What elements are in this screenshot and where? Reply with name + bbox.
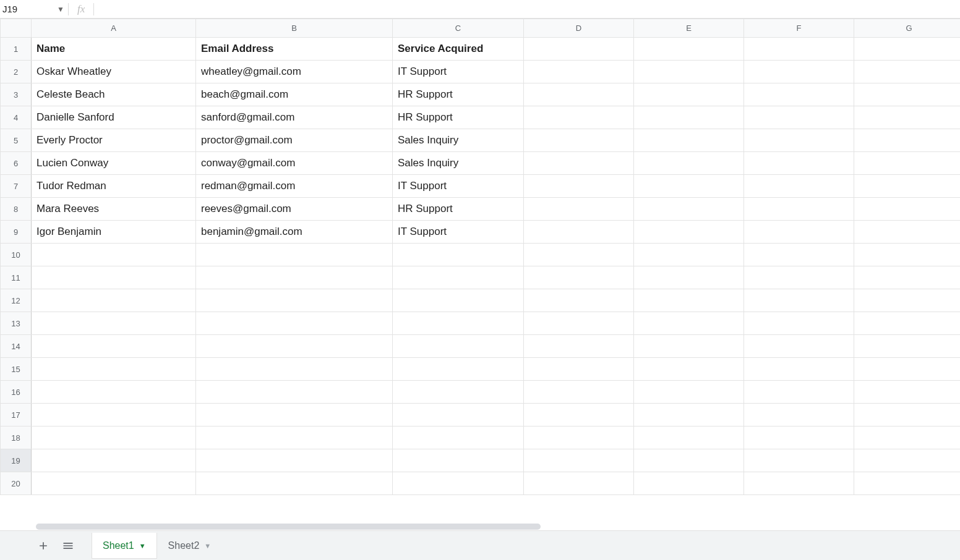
- cell-G15[interactable]: [854, 358, 961, 381]
- column-header-B[interactable]: B: [196, 19, 393, 38]
- cell-D4[interactable]: [524, 106, 634, 129]
- cell-A7[interactable]: Tudor Redman: [32, 175, 196, 198]
- cell-A6[interactable]: Lucien Conway: [32, 152, 196, 175]
- sheet-tab-sheet2[interactable]: Sheet2▼: [157, 533, 223, 559]
- cell-B3[interactable]: beach@gmail.com: [196, 83, 393, 106]
- cell-E18[interactable]: [634, 426, 744, 449]
- row-header-5[interactable]: 5: [1, 129, 32, 152]
- cell-B10[interactable]: [196, 244, 393, 266]
- cell-C12[interactable]: [393, 289, 524, 312]
- cell-C11[interactable]: [393, 266, 524, 289]
- cell-A8[interactable]: Mara Reeves: [32, 198, 196, 221]
- cell-D1[interactable]: [524, 38, 634, 61]
- cell-B5[interactable]: proctor@gmail.com: [196, 129, 393, 152]
- row-header-1[interactable]: 1: [1, 38, 32, 61]
- cell-D20[interactable]: [524, 472, 634, 495]
- cell-B8[interactable]: reeves@gmail.com: [196, 198, 393, 221]
- cell-E17[interactable]: [634, 404, 744, 426]
- add-sheet-button[interactable]: [31, 533, 56, 558]
- cell-C18[interactable]: [393, 426, 524, 449]
- cell-A16[interactable]: [32, 381, 196, 404]
- cell-D14[interactable]: [524, 335, 634, 358]
- cell-E8[interactable]: [634, 198, 744, 221]
- cell-G7[interactable]: [854, 175, 961, 198]
- cell-F8[interactable]: [744, 198, 854, 221]
- cell-E4[interactable]: [634, 106, 744, 129]
- cell-B9[interactable]: benjamin@gmail.com: [196, 221, 393, 244]
- column-header-D[interactable]: D: [524, 19, 634, 38]
- cell-C13[interactable]: [393, 312, 524, 335]
- cell-G6[interactable]: [854, 152, 961, 175]
- cell-C19[interactable]: [393, 449, 524, 472]
- cell-A14[interactable]: [32, 335, 196, 358]
- cell-G14[interactable]: [854, 335, 961, 358]
- cell-B4[interactable]: sanford@gmail.com: [196, 106, 393, 129]
- cell-E19[interactable]: [634, 449, 744, 472]
- cell-F15[interactable]: [744, 358, 854, 381]
- cell-C16[interactable]: [393, 381, 524, 404]
- cell-A12[interactable]: [32, 289, 196, 312]
- cell-C1[interactable]: Service Acquired: [393, 38, 524, 61]
- cell-G1[interactable]: [854, 38, 961, 61]
- cell-C14[interactable]: [393, 335, 524, 358]
- cell-A19[interactable]: [32, 449, 196, 472]
- row-header-15[interactable]: 15: [1, 358, 32, 381]
- cell-F14[interactable]: [744, 335, 854, 358]
- cell-G4[interactable]: [854, 106, 961, 129]
- sheet-tab-sheet1[interactable]: Sheet1▼: [92, 533, 157, 559]
- cell-A18[interactable]: [32, 426, 196, 449]
- cell-D19[interactable]: [524, 449, 634, 472]
- formula-input[interactable]: [94, 0, 960, 18]
- cell-A5[interactable]: Everly Proctor: [32, 129, 196, 152]
- cell-G11[interactable]: [854, 266, 961, 289]
- row-header-10[interactable]: 10: [1, 244, 32, 266]
- cell-G2[interactable]: [854, 61, 961, 83]
- cell-F5[interactable]: [744, 129, 854, 152]
- column-header-F[interactable]: F: [744, 19, 854, 38]
- cell-B16[interactable]: [196, 381, 393, 404]
- cell-C8[interactable]: HR Support: [393, 198, 524, 221]
- cell-G9[interactable]: [854, 221, 961, 244]
- horizontal-scrollbar[interactable]: [36, 523, 954, 530]
- row-header-16[interactable]: 16: [1, 381, 32, 404]
- cell-G5[interactable]: [854, 129, 961, 152]
- cell-B20[interactable]: [196, 472, 393, 495]
- cell-F10[interactable]: [744, 244, 854, 266]
- row-header-14[interactable]: 14: [1, 335, 32, 358]
- cell-F12[interactable]: [744, 289, 854, 312]
- row-header-12[interactable]: 12: [1, 289, 32, 312]
- cell-E1[interactable]: [634, 38, 744, 61]
- cell-C4[interactable]: HR Support: [393, 106, 524, 129]
- cell-F4[interactable]: [744, 106, 854, 129]
- cell-E15[interactable]: [634, 358, 744, 381]
- cell-B17[interactable]: [196, 404, 393, 426]
- cell-A13[interactable]: [32, 312, 196, 335]
- cell-B6[interactable]: conway@gmail.com: [196, 152, 393, 175]
- spreadsheet-grid[interactable]: ABCDEFG 1NameEmail AddressService Acquir…: [0, 19, 960, 523]
- row-header-18[interactable]: 18: [1, 426, 32, 449]
- cell-D2[interactable]: [524, 61, 634, 83]
- cell-B11[interactable]: [196, 266, 393, 289]
- cell-D11[interactable]: [524, 266, 634, 289]
- row-header-19[interactable]: 19: [1, 449, 32, 472]
- cell-F19[interactable]: [744, 449, 854, 472]
- cell-C10[interactable]: [393, 244, 524, 266]
- cell-F16[interactable]: [744, 381, 854, 404]
- cell-C7[interactable]: IT Support: [393, 175, 524, 198]
- cell-C9[interactable]: IT Support: [393, 221, 524, 244]
- cell-D7[interactable]: [524, 175, 634, 198]
- cell-D5[interactable]: [524, 129, 634, 152]
- row-header-8[interactable]: 8: [1, 198, 32, 221]
- cell-C3[interactable]: HR Support: [393, 83, 524, 106]
- cell-D12[interactable]: [524, 289, 634, 312]
- cell-B7[interactable]: redman@gmail.com: [196, 175, 393, 198]
- cell-D18[interactable]: [524, 426, 634, 449]
- cell-D9[interactable]: [524, 221, 634, 244]
- cell-G8[interactable]: [854, 198, 961, 221]
- cell-C2[interactable]: IT Support: [393, 61, 524, 83]
- cell-G13[interactable]: [854, 312, 961, 335]
- cell-C20[interactable]: [393, 472, 524, 495]
- cell-G18[interactable]: [854, 426, 961, 449]
- cell-G19[interactable]: [854, 449, 961, 472]
- cell-D10[interactable]: [524, 244, 634, 266]
